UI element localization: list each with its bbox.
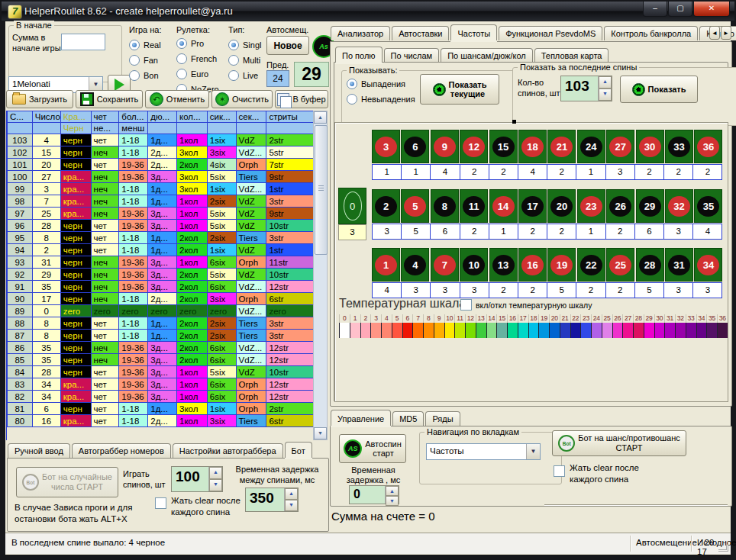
resize-grip[interactable] <box>718 542 728 552</box>
table-header[interactable]: сик... <box>207 111 236 123</box>
subtab-по-числам[interactable]: По числам <box>384 48 440 63</box>
game-on-bon[interactable]: Bon <box>129 70 161 81</box>
table-header[interactable]: бол... <box>119 111 148 123</box>
radio-icon[interactable] <box>129 40 140 50</box>
tab-md5[interactable]: MD5 <box>392 411 424 426</box>
temp-scale-toggle[interactable]: вкл/откл температурную шкалу <box>460 299 592 311</box>
close-button[interactable]: ✕ <box>693 2 730 17</box>
tab-управление[interactable]: Управление <box>331 410 391 426</box>
table-header[interactable]: Кра... <box>60 111 91 123</box>
scroll-down-icon[interactable]: ▼ <box>314 427 327 439</box>
scroll-up-icon[interactable]: ▲ <box>314 111 327 124</box>
play-spins-stepper[interactable]: 100 ▲▼ <box>171 466 223 492</box>
maximize-button[interactable]: ▢ <box>668 2 692 17</box>
subtab-по-шансам-дюж-кол[interactable]: По шансам/дюж/кол <box>441 48 533 63</box>
save-button[interactable]: Сохранить <box>76 90 143 108</box>
table-header[interactable] <box>177 123 208 134</box>
show-button[interactable]: Показать <box>620 76 698 103</box>
table-header[interactable]: сек... <box>236 111 266 123</box>
table-header[interactable]: Число <box>32 111 60 123</box>
title-bar[interactable]: 7 HelperRoullet 8.62 - create helperroul… <box>2 2 734 21</box>
table-header[interactable]: Черн <box>60 123 91 134</box>
clear-button[interactable]: ✶Очистить <box>211 90 273 108</box>
table-header[interactable] <box>236 123 266 134</box>
checkbox-icon[interactable] <box>554 465 565 477</box>
table-header[interactable]: чет <box>91 111 119 123</box>
tab-scroll-right-icon[interactable]: ► <box>721 26 731 40</box>
radio-icon[interactable] <box>129 70 140 81</box>
table-header[interactable] <box>148 123 177 134</box>
tab-анализатор[interactable]: Анализатор <box>331 26 390 40</box>
delay-value[interactable]: 0 <box>350 486 385 504</box>
table-header[interactable] <box>32 123 60 134</box>
chevron-down-icon[interactable]: ▼ <box>526 444 540 459</box>
table-header[interactable]: стриты <box>266 111 314 123</box>
show-current-button[interactable]: Показать текущие <box>420 74 499 105</box>
radio-icon[interactable] <box>176 69 187 79</box>
spin-delay-stepper[interactable]: 350 ▲▼ <box>245 488 299 512</box>
tab-scroll-left-icon[interactable]: ◄ <box>709 26 720 40</box>
stepper-up-icon[interactable]: ▲ <box>209 467 222 479</box>
table-header[interactable]: не... <box>91 123 119 134</box>
table-header[interactable]: С... <box>8 111 33 123</box>
type-multi[interactable]: Multi <box>228 55 261 66</box>
spin-delay-value[interactable]: 350 <box>246 488 284 511</box>
spin-count-value[interactable]: 103 <box>561 76 598 101</box>
show-mode-выпадения[interactable]: Выпадения <box>347 79 415 89</box>
radio-icon[interactable] <box>129 55 140 66</box>
tab-ручной-ввод[interactable]: Ручной ввод <box>8 443 70 458</box>
radio-icon[interactable] <box>347 79 357 89</box>
roulette-pro[interactable]: Pro <box>176 38 219 49</box>
type-live[interactable]: Live <box>228 70 261 81</box>
tab-контроль-банкролла[interactable]: Контроль банкролла <box>604 26 698 40</box>
radio-icon[interactable] <box>228 40 239 50</box>
stepper-down-icon[interactable]: ▼ <box>386 496 399 506</box>
new-autoshift-button[interactable]: Новое <box>266 36 309 55</box>
clear-after-spin-toggle-left[interactable]: Жать clear после каждого спина <box>155 495 240 518</box>
radio-icon[interactable] <box>176 38 187 49</box>
clear-after-spin-toggle-right[interactable]: Жать clear после каждого спина <box>554 462 639 485</box>
random-bot-start-button[interactable]: Bot Бот на случайные числа СТАРТ <box>16 467 118 497</box>
tab-автоставки[interactable]: Автоставки <box>392 26 449 40</box>
table-header[interactable] <box>207 123 236 134</box>
undo-button[interactable]: ↶Отменить <box>145 90 209 108</box>
chance-bot-start-button[interactable]: Bot Бот на шанс/противошанс СТАРТ <box>552 430 686 456</box>
autospin-start-button[interactable]: AS Автоспин старт <box>339 434 406 463</box>
stepper-down-icon[interactable]: ▼ <box>209 479 222 491</box>
checkbox-icon[interactable] <box>155 497 166 509</box>
stepper-down-icon[interactable]: ▼ <box>599 89 612 101</box>
table-header[interactable]: менш <box>119 123 148 134</box>
tab-частоты[interactable]: Частоты <box>450 24 497 40</box>
tab-ряды[interactable]: Ряды <box>425 411 460 426</box>
stepper-up-icon[interactable]: ▲ <box>386 486 399 496</box>
type-singl[interactable]: Singl <box>228 40 261 50</box>
tab-настройки-автограббера[interactable]: Настройки автограббера <box>173 443 283 458</box>
radio-icon[interactable] <box>347 94 357 105</box>
scrollbar-thumb[interactable] <box>315 125 328 255</box>
table-header[interactable]: кол... <box>177 111 208 123</box>
tab-бот[interactable]: Бот <box>285 442 312 458</box>
subtab-по-полю[interactable]: По полю <box>335 47 383 63</box>
table-header[interactable]: дю... <box>148 111 177 123</box>
begin-sum-input[interactable] <box>61 34 105 50</box>
stepper-up-icon[interactable]: ▲ <box>599 76 612 89</box>
table-header[interactable] <box>8 123 33 134</box>
roulette-french[interactable]: French <box>176 53 219 64</box>
table-header[interactable] <box>266 123 314 134</box>
play-spins-value[interactable]: 100 <box>172 467 208 491</box>
radio-icon[interactable] <box>176 53 187 64</box>
tab-автограббер-номеров[interactable]: Автограббер номеров <box>72 443 171 458</box>
copy-to-buffer-button[interactable]: В буфер <box>275 90 328 108</box>
checkbox-icon[interactable] <box>460 299 472 311</box>
game-on-real[interactable]: Real <box>129 40 161 50</box>
history-scrollbar[interactable]: ▲ ▼ <box>313 111 328 440</box>
radio-icon[interactable] <box>228 70 239 81</box>
show-mode-невыпадения[interactable]: Невыпадения <box>347 94 415 105</box>
game-on-fan[interactable]: Fan <box>129 55 161 66</box>
tab-функционал-psevdoms[interactable]: Функционал PsevdoMS <box>499 26 602 40</box>
load-button[interactable]: Загрузить <box>6 90 73 108</box>
subtab-тепловая-карта[interactable]: Тепловая карта <box>534 48 609 63</box>
minimize-button[interactable]: – <box>643 2 667 17</box>
tab-navigation-combobox[interactable]: Частоты ▼ <box>426 443 541 460</box>
radio-icon[interactable] <box>228 55 239 66</box>
